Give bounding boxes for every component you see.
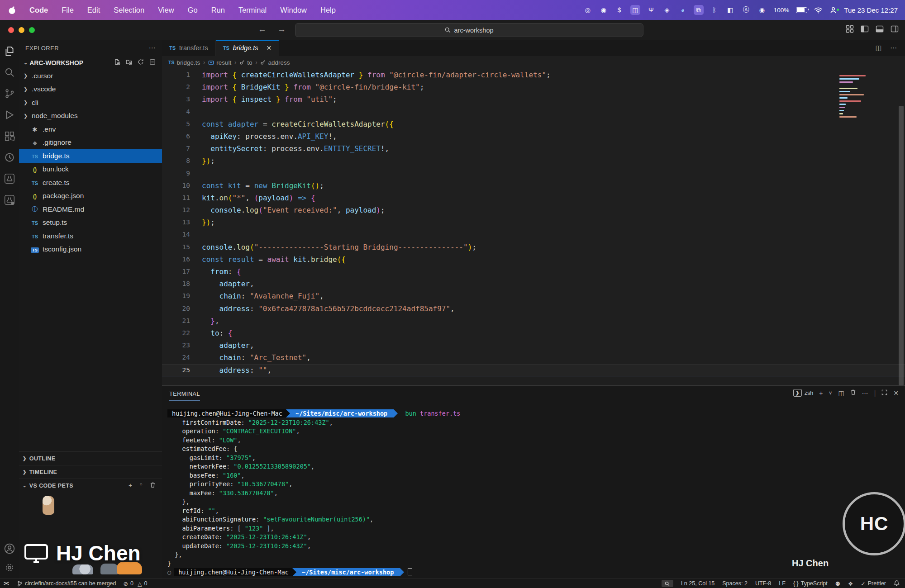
nav-back-button[interactable]: ←: [258, 24, 267, 34]
code-line[interactable]: 20 address: "0x6fca427878a1c56b572bcddce…: [162, 303, 905, 315]
menu-item-selection[interactable]: Selection: [114, 6, 144, 14]
eol-sequence[interactable]: LF: [779, 580, 786, 587]
bluetooth-icon[interactable]: ᛒ: [710, 5, 719, 15]
swirl-icon[interactable]: ◕: [678, 5, 688, 15]
beaker2-icon[interactable]: [4, 194, 15, 206]
terminal-output[interactable]: huijing.chen@Hui-Jing-Chen-Mac ~/Sites/m…: [167, 409, 901, 578]
shield-icon[interactable]: ◈: [662, 5, 672, 15]
code-line[interactable]: 12 console.log("Event received:", payloa…: [162, 204, 905, 216]
code-line[interactable]: 21 },: [162, 315, 905, 327]
files-icon[interactable]: [4, 45, 15, 57]
menu-item-view[interactable]: View: [158, 6, 174, 14]
psi-icon[interactable]: Ψ: [646, 5, 656, 15]
close-panel-icon[interactable]: ✕: [893, 389, 899, 397]
apple-icon[interactable]: [8, 6, 16, 14]
terminal-tab[interactable]: TERMINAL: [169, 391, 200, 401]
debug-icon[interactable]: [4, 109, 15, 121]
new-terminal-icon[interactable]: +: [819, 389, 823, 397]
checkmark-circle-icon[interactable]: ◎: [583, 5, 593, 15]
file-item-node-modules[interactable]: ❯node_modules: [19, 109, 162, 123]
code-line[interactable]: 9: [162, 167, 905, 180]
account-icon[interactable]: [4, 543, 15, 555]
code-line[interactable]: 7 entitySecret: process.env.ENTITY_SECRE…: [162, 142, 905, 155]
wifi-icon[interactable]: [814, 7, 823, 14]
editor-scrollbar[interactable]: [899, 106, 904, 385]
file-item-package-json[interactable]: ()package.json: [19, 190, 162, 203]
problems-status[interactable]: ⊘0 △0: [124, 580, 148, 587]
menu-item-go[interactable]: Go: [188, 6, 198, 14]
menu-item-code[interactable]: Code: [29, 6, 48, 14]
code-line[interactable]: 6 apiKey: process.env.API_KEY!,: [162, 130, 905, 142]
play-circle-icon[interactable]: ◉: [757, 5, 767, 15]
code-line[interactable]: 19 chain: "Avalanche_Fuji",: [162, 290, 905, 302]
split-editor-icon[interactable]: ◫: [876, 44, 882, 52]
zoom-window-button[interactable]: [29, 27, 35, 33]
file-item-setup-ts[interactable]: TSsetup.ts: [19, 216, 162, 230]
collapse-folders-icon[interactable]: [149, 59, 156, 66]
close-window-button[interactable]: [8, 27, 14, 33]
settings-icon[interactable]: [4, 562, 15, 574]
code-line[interactable]: 17 from: {: [162, 266, 905, 278]
new-folder-icon[interactable]: [126, 59, 132, 66]
roll-call-icon[interactable]: ○: [140, 482, 143, 489]
user-menu-icon[interactable]: [829, 6, 837, 14]
add-pet-icon[interactable]: +: [129, 482, 133, 489]
code-line[interactable]: 13});: [162, 216, 905, 228]
code-line[interactable]: 15console.log("---------------Starting B…: [162, 241, 905, 253]
breadcrumb-item-to[interactable]: to: [239, 59, 252, 66]
notifications-bell-icon[interactable]: [894, 580, 900, 588]
file-item--vscode[interactable]: ❯.vscode: [19, 83, 162, 96]
split-terminal-icon[interactable]: ◫: [838, 389, 844, 397]
sidebar-more-actions-icon[interactable]: ⋯: [149, 44, 156, 52]
scm-status[interactable]: circlefin/arc-docs#55 can be merged: [17, 580, 116, 587]
menu-item-terminal[interactable]: Terminal: [238, 6, 267, 14]
pet-snail[interactable]: [72, 564, 93, 574]
pet-hamster[interactable]: [43, 496, 54, 515]
new-file-icon[interactable]: [114, 59, 120, 66]
screen-share-icon[interactable]: ◫: [630, 5, 640, 15]
indentation[interactable]: Spaces: 2: [722, 580, 748, 587]
code-line[interactable]: 24 chain: "Arc_Testnet",: [162, 351, 905, 364]
code-line[interactable]: 22 to: {: [162, 327, 905, 339]
copy-icon[interactable]: ⧉: [694, 5, 704, 15]
code-line[interactable]: 2import { BridgeKit } from "@circle-fin/…: [162, 81, 905, 93]
file-item--cursor[interactable]: ❯.cursor: [19, 69, 162, 83]
file-item-cli[interactable]: ❯cli: [19, 96, 162, 109]
code-line[interactable]: 4: [162, 106, 905, 118]
code-line[interactable]: 25 address: "",: [162, 364, 905, 376]
workspace-root-row[interactable]: ⌄ ARC-WORKSHOP: [19, 56, 162, 69]
timeline-section-header[interactable]: ❯ TIMELINE: [19, 465, 162, 479]
menu-item-window[interactable]: Window: [280, 6, 307, 14]
cursor-position[interactable]: Ln 25, Col 15: [681, 580, 714, 587]
code-editor[interactable]: 1import { createCircleWalletsAdapter } f…: [162, 69, 905, 385]
shell-indicator[interactable]: ❯ zsh: [793, 389, 813, 397]
tab-bridge-ts[interactable]: TSbridge.ts✕: [216, 40, 279, 56]
remote-indicator[interactable]: ><: [4, 580, 10, 587]
beaker-icon[interactable]: [4, 173, 15, 185]
extension-status-icon[interactable]: ❖: [848, 580, 853, 587]
ink-drop-icon[interactable]: ◧: [725, 5, 735, 15]
file-item-bridge-ts[interactable]: TSbridge.ts: [19, 149, 162, 163]
language-mode[interactable]: { }TypeScript: [793, 580, 828, 587]
toggle-secondary-sidebar-icon[interactable]: [891, 25, 899, 33]
dollar-icon[interactable]: $: [614, 5, 624, 15]
breadcrumb-item-result[interactable]: result: [208, 59, 231, 66]
tab-transfer-ts[interactable]: TStransfer.ts: [162, 40, 216, 56]
scm-icon[interactable]: [4, 88, 15, 100]
launch-profile-chevron-icon[interactable]: ∨: [829, 390, 832, 396]
code-line[interactable]: 3import { inspect } from "util";: [162, 93, 905, 105]
delete-pet-icon[interactable]: [150, 482, 156, 489]
history-icon[interactable]: [4, 152, 15, 163]
file-item--env[interactable]: ✱.env: [19, 123, 162, 136]
code-line[interactable]: 8});: [162, 155, 905, 167]
file-item-create-ts[interactable]: TScreate.ts: [19, 176, 162, 190]
menu-item-file[interactable]: File: [62, 6, 74, 14]
encoding[interactable]: UTF-8: [755, 580, 771, 587]
menu-item-run[interactable]: Run: [211, 6, 225, 14]
search-icon[interactable]: [4, 66, 15, 78]
formatter-status[interactable]: ✓Prettier: [861, 580, 886, 587]
kill-terminal-icon[interactable]: [850, 389, 856, 397]
input-source-icon[interactable]: Ⓐ: [741, 5, 751, 15]
code-line[interactable]: 11kit.on("*", (payload) => {: [162, 192, 905, 204]
toggle-panel-icon[interactable]: [876, 25, 884, 33]
